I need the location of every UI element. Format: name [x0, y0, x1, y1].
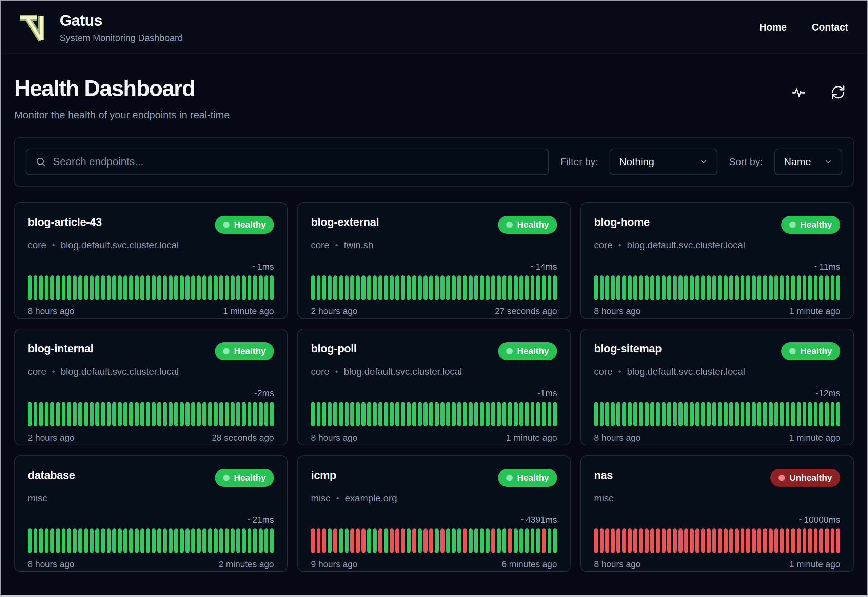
- endpoint-latency: ~12ms: [594, 388, 840, 399]
- endpoint-card[interactable]: blog-sitemap Healthy core • blog.default…: [581, 329, 854, 446]
- endpoint-card[interactable]: blog-poll Healthy core • blog.default.sv…: [297, 329, 571, 446]
- search-input[interactable]: [53, 156, 539, 168]
- status-tick-up: [62, 275, 66, 300]
- filter-select[interactable]: Nothing: [610, 149, 717, 175]
- status-tick-up: [469, 275, 473, 300]
- status-tick-down: [808, 529, 812, 553]
- status-tick-up: [213, 402, 218, 426]
- status-tick-up: [118, 275, 122, 300]
- status-tick-down: [712, 529, 717, 553]
- uptime-bar-chart[interactable]: [311, 275, 557, 300]
- endpoint-card[interactable]: icmp Healthy misc • example.org ~4391ms …: [297, 455, 571, 572]
- uptime-bar-chart[interactable]: [28, 529, 274, 553]
- status-tick-down: [735, 529, 739, 553]
- status-tick-up: [174, 529, 178, 553]
- nav-home-link[interactable]: Home: [759, 22, 787, 33]
- page-head-text: Health Dashboard Monitor the health of y…: [14, 75, 230, 121]
- oldest-time-label: 8 hours ago: [28, 559, 74, 570]
- endpoint-time-range: 8 hours ago 1 minute ago: [594, 559, 840, 570]
- status-tick-up: [458, 402, 461, 426]
- endpoint-card[interactable]: database Healthy misc ~21ms 8 hours ago …: [14, 455, 287, 572]
- status-tick-down: [616, 529, 621, 553]
- uptime-bar-chart[interactable]: [594, 529, 840, 553]
- endpoint-card-head: database Healthy: [28, 469, 274, 487]
- status-tick-up: [174, 402, 178, 426]
- status-tick-down: [395, 529, 399, 553]
- endpoint-time-range: 9 hours ago 6 minutes ago: [311, 559, 557, 570]
- status-tick-up: [253, 402, 257, 426]
- sort-select[interactable]: Name: [775, 149, 842, 175]
- status-tick-up: [62, 402, 66, 426]
- status-tick-up: [50, 402, 54, 426]
- endpoint-card[interactable]: nas Unhealthy misc ~10000ms 8 hours ago …: [581, 455, 854, 572]
- status-tick-up: [553, 529, 557, 553]
- status-tick-up: [169, 402, 173, 426]
- status-tick-up: [407, 275, 410, 300]
- status-tick-up: [191, 402, 195, 426]
- status-tick-up: [424, 402, 428, 426]
- status-tick-up: [231, 529, 235, 553]
- status-tick-up: [107, 529, 111, 553]
- nav-contact-link[interactable]: Contact: [812, 22, 848, 33]
- status-tick-up: [95, 529, 99, 553]
- status-tick-down: [644, 529, 649, 553]
- tn-monogram-logo: [18, 11, 48, 43]
- uptime-bar-chart[interactable]: [311, 529, 557, 553]
- status-tick-up: [639, 275, 643, 300]
- sort-by-label: Sort by:: [729, 156, 763, 168]
- status-tick-up: [185, 529, 190, 553]
- status-tick-up: [480, 529, 484, 553]
- meta-dot-separator: •: [335, 367, 338, 377]
- status-tick-up: [339, 529, 343, 553]
- status-tick-up: [724, 402, 727, 426]
- meta-dot-separator: •: [618, 367, 621, 377]
- uptime-bar-chart[interactable]: [311, 402, 557, 426]
- brand-text: Gatus System Monitoring Dashboard: [60, 11, 183, 43]
- status-tick-up: [786, 402, 789, 426]
- status-tick-up: [247, 529, 252, 553]
- status-tick-up: [752, 275, 756, 300]
- status-tick-up: [418, 275, 422, 300]
- status-tick-up: [775, 275, 779, 300]
- status-tick-up: [141, 275, 144, 300]
- status-tick-up: [656, 275, 660, 300]
- status-tick-up: [491, 402, 495, 426]
- brand-subtitle: System Monitoring Dashboard: [60, 33, 183, 43]
- endpoint-host: blog.default.svc.cluster.local: [627, 366, 745, 377]
- endpoint-card[interactable]: blog-article-43 Healthy core • blog.defa…: [14, 202, 287, 319]
- activity-icon[interactable]: [791, 85, 806, 100]
- uptime-bar-chart[interactable]: [28, 402, 274, 426]
- endpoint-latency: ~21ms: [28, 515, 274, 525]
- status-tick-up: [333, 402, 337, 426]
- status-tick-up: [39, 402, 43, 426]
- endpoint-meta: misc: [28, 493, 274, 504]
- status-tick-up: [95, 402, 99, 426]
- endpoint-card[interactable]: blog-home Healthy core • blog.default.sv…: [581, 202, 854, 319]
- uptime-bar-chart[interactable]: [594, 402, 840, 426]
- endpoint-card[interactable]: blog-external Healthy core • twin.sh ~14…: [297, 202, 571, 319]
- status-tick-up: [497, 275, 501, 300]
- status-tick-up: [712, 275, 717, 300]
- status-tick-down: [628, 529, 632, 553]
- status-tick-up: [135, 529, 139, 553]
- status-tick-up: [452, 529, 456, 553]
- status-tick-down: [639, 529, 643, 553]
- oldest-time-label: 2 hours ago: [28, 432, 74, 443]
- status-dot-icon: [223, 348, 230, 355]
- top-header: Gatus System Monitoring Dashboard Home C…: [1, 1, 867, 54]
- status-tick-up: [90, 529, 94, 553]
- endpoint-card[interactable]: blog-internal Healthy core • blog.defaul…: [14, 329, 287, 446]
- status-tick-up: [542, 402, 546, 426]
- status-tick-down: [656, 529, 660, 553]
- uptime-bar-chart[interactable]: [594, 275, 840, 300]
- status-tick-up: [707, 275, 711, 300]
- status-tick-down: [350, 529, 354, 553]
- status-tick-up: [594, 402, 598, 426]
- status-tick-up: [662, 275, 666, 300]
- status-tick-down: [311, 529, 315, 553]
- status-tick-down: [690, 529, 694, 553]
- uptime-bar-chart[interactable]: [28, 275, 274, 300]
- status-tick-up: [157, 529, 161, 553]
- refresh-icon[interactable]: [831, 85, 846, 100]
- status-tick-up: [264, 529, 268, 553]
